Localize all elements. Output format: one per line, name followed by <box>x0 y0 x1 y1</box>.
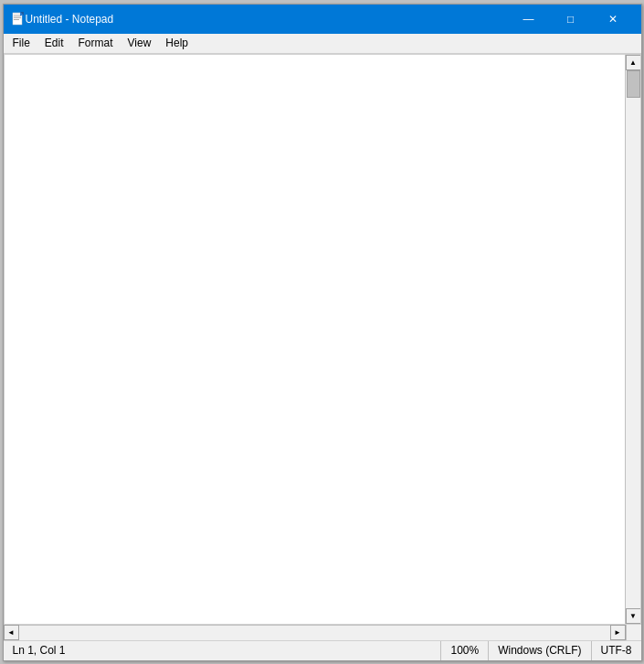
scroll-track-v[interactable] <box>626 70 640 608</box>
scroll-down-button[interactable]: ▼ <box>626 608 641 624</box>
minimize-button[interactable]: — <box>508 5 550 34</box>
menu-help[interactable]: Help <box>158 34 195 52</box>
scroll-up-button[interactable]: ▲ <box>626 55 641 70</box>
scrollbar-corner <box>626 625 641 640</box>
svg-rect-4 <box>14 19 19 20</box>
menu-format[interactable]: Format <box>71 34 121 52</box>
status-line-ending: Windows (CRLF) <box>489 641 591 660</box>
close-button[interactable]: ✕ <box>592 5 634 34</box>
svg-rect-1 <box>14 14 21 15</box>
maximize-button[interactable]: □ <box>550 5 592 34</box>
scroll-left-button[interactable]: ◄ <box>4 625 19 640</box>
svg-rect-3 <box>14 17 21 18</box>
menu-file[interactable]: File <box>5 34 37 52</box>
window-title: Untitled - Notepad <box>26 13 508 26</box>
menu-bar: File Edit Format View Help <box>4 34 641 54</box>
menu-view[interactable]: View <box>121 34 159 52</box>
window-controls: — □ ✕ <box>508 5 634 34</box>
status-bar: Ln 1, Col 1 100% Windows (CRLF) UTF-8 <box>4 640 641 660</box>
vertical-scrollbar[interactable]: ▲ ▼ <box>625 55 640 624</box>
title-bar: Untitled - Notepad — □ ✕ <box>4 5 641 34</box>
horizontal-scrollbar[interactable]: ◄ ► <box>4 625 626 640</box>
app-icon <box>11 12 26 26</box>
editor-container: ▲ ▼ <box>4 54 641 625</box>
bottom-row: ◄ ► <box>4 625 641 640</box>
scroll-right-button[interactable]: ► <box>610 625 626 640</box>
status-encoding: UTF-8 <box>592 641 641 660</box>
scroll-thumb-v[interactable] <box>627 70 640 98</box>
status-zoom: 100% <box>441 641 489 660</box>
menu-edit[interactable]: Edit <box>37 34 71 52</box>
svg-rect-2 <box>14 16 21 16</box>
notepad-window: Untitled - Notepad — □ ✕ File Edit Forma… <box>3 4 642 661</box>
text-editor[interactable] <box>5 55 625 624</box>
status-position: Ln 1, Col 1 <box>4 641 442 660</box>
